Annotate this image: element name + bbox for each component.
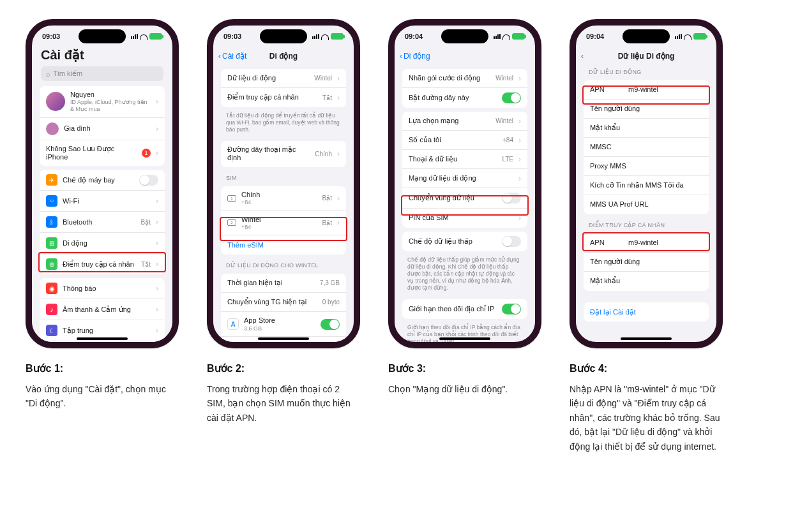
wifi-icon bbox=[140, 34, 147, 40]
caption-4: Bước 4: Nhập APN là "m9-wintel" ở mục "D… bbox=[570, 362, 723, 454]
current-period-row[interactable]: Thời gian hiện tại7,3 GB bbox=[221, 274, 346, 293]
sim-primary-row[interactable]: 1Chính+84Bật› bbox=[221, 186, 346, 211]
wifi-row[interactable]: ⌔Wi-Fi› bbox=[40, 191, 165, 212]
status-time: 09:03 bbox=[42, 33, 60, 40]
warning-badge: 1 bbox=[142, 149, 151, 158]
section-header: SIM bbox=[218, 171, 349, 182]
nav-bar: ‹ Cài đặt Di động bbox=[213, 47, 354, 65]
phone-2: 09:03 ‹ Cài đặt Di động Dữ liệu di độngW… bbox=[207, 19, 360, 348]
caption-3: Bước 3: Chọn "Mạng dữ liệu di động". bbox=[388, 362, 541, 396]
hotspot-icon: ⊚ bbox=[46, 258, 57, 270]
page-title: Cài đặt bbox=[37, 47, 167, 66]
mobile-data-row[interactable]: Dữ liệu di độngWintel› bbox=[221, 69, 346, 88]
mms-proxy-row[interactable]: Proxy MMS bbox=[584, 157, 709, 176]
step-4: 09:04 ‹ Dữ liệu Di động DỮ LIỆU DI ĐỘNG … bbox=[570, 19, 723, 454]
caption-2: Bước 2: Trong trường hợp điện thoại có 2… bbox=[207, 362, 360, 425]
sim-pin-row[interactable]: PIN của SIM› bbox=[402, 209, 527, 228]
section-header: ĐIỂM TRUY CẬP CÁ NHÂN bbox=[581, 218, 711, 230]
step-title: Bước 1: bbox=[26, 362, 179, 374]
section-header: DỮ LIỆU DI ĐỘNG CHO WINTEL bbox=[218, 258, 349, 270]
ua-prof-row[interactable]: MMS UA Prof URL bbox=[584, 195, 709, 214]
lowdata-toggle[interactable] bbox=[502, 236, 521, 247]
mms-max-row[interactable]: Kích cỡ Tin nhắn MMS Tối đa bbox=[584, 176, 709, 195]
sounds-row[interactable]: ♪Âm thanh & Cảm ứng› bbox=[40, 299, 165, 320]
moon-icon: ☾ bbox=[46, 325, 57, 336]
hotspot-apn-row[interactable]: APNm9-wintel bbox=[584, 233, 709, 253]
back-button[interactable]: ‹ Cài đặt bbox=[218, 52, 246, 61]
screentime-row[interactable]: ⧗Thời gian sử dụng› bbox=[40, 341, 165, 342]
hotspot-row[interactable]: ⊚Điểm truy cập cá nhânTắt› bbox=[40, 254, 165, 274]
appstore-icon: A bbox=[227, 318, 239, 330]
caption-1: Bước 1: Vào ứng dụng "Cài đặt", chọn mục… bbox=[26, 362, 179, 411]
data-roaming-row: Chuyển vùng dữ liệu bbox=[402, 188, 527, 209]
airplane-icon: ✈ bbox=[46, 174, 57, 186]
data-network-row[interactable]: Mạng dữ liệu di động› bbox=[402, 169, 527, 188]
default-line-row[interactable]: Đường dây thoại mặc địnhChính› bbox=[221, 141, 346, 166]
signal-icon bbox=[131, 34, 138, 39]
phone-1: 09:03 Cài đặt ⌕Tìm kiếm NguyenID Apple, … bbox=[26, 19, 179, 348]
reset-row[interactable]: Đặt lại Cài đặt bbox=[584, 302, 709, 321]
mmsc-row[interactable]: MMSC bbox=[584, 138, 709, 157]
family-avatar bbox=[46, 122, 59, 135]
step-1: 09:03 Cài đặt ⌕Tìm kiếm NguyenID Apple, … bbox=[26, 19, 179, 411]
back-button[interactable]: ‹ Di động bbox=[400, 52, 430, 61]
network-select-row[interactable]: Lựa chọn mạngWintel› bbox=[402, 112, 527, 131]
sim-icon: 1 bbox=[227, 195, 236, 202]
nav-title: Di động bbox=[269, 52, 298, 61]
section-header: DỮ LIỆU DI ĐỘNG bbox=[581, 65, 711, 77]
battery-icon bbox=[149, 33, 162, 40]
footer-text: Tắt dữ liệu di động để truyền tất cả dữ … bbox=[218, 111, 349, 137]
sim-wintel-row[interactable]: 2Wintel+84Bật› bbox=[221, 211, 346, 236]
phone-3: 09:04 ‹ Di động Nhãn gói cước di độngWin… bbox=[388, 19, 541, 348]
my-number-row[interactable]: Số của tôi+84› bbox=[402, 131, 527, 150]
enable-line-row: Bật đường dây này bbox=[402, 88, 527, 108]
hotspot-row[interactable]: Điểm truy cập cá nhânTắt› bbox=[221, 88, 346, 107]
phone-4: 09:04 ‹ Dữ liệu Di động DỮ LIỆU DI ĐỘNG … bbox=[570, 19, 723, 348]
roaming-toggle[interactable] bbox=[502, 193, 521, 203]
low-data-row: Chế độ dữ liệu thấp bbox=[402, 232, 527, 251]
hotspot-pass-row[interactable]: Mật khẩu bbox=[584, 272, 709, 291]
step-desc: Vào ứng dụng "Cài đặt", chọn mục "Di độn… bbox=[26, 382, 179, 411]
apn-row[interactable]: APNm9-wintel bbox=[584, 80, 709, 100]
iplimit-toggle[interactable] bbox=[502, 304, 521, 314]
password-row[interactable]: Mật khẩu bbox=[584, 119, 709, 138]
wifi-settings-icon: ⌔ bbox=[46, 195, 57, 207]
step-3: 09:04 ‹ Di động Nhãn gói cước di độngWin… bbox=[388, 19, 541, 396]
chevron-icon: › bbox=[156, 97, 158, 106]
backup-row[interactable]: Không Sao Lưu Được iPhone 1 › bbox=[40, 140, 165, 166]
step-2: 09:03 ‹ Cài đặt Di động Dữ liệu di độngW… bbox=[207, 19, 360, 425]
profile-name: Nguyen bbox=[70, 91, 94, 98]
apn-value: m9-wintel bbox=[628, 85, 702, 94]
add-esim-row[interactable]: Thêm eSIM bbox=[221, 235, 346, 255]
voice-data-row[interactable]: Thoại & dữ liệuLTE› bbox=[402, 150, 527, 169]
apn-value: m9-wintel bbox=[628, 239, 702, 247]
profile-row[interactable]: NguyenID Apple, iCloud, Phương tiện & Mụ… bbox=[40, 86, 165, 118]
app-store-row[interactable]: AApp Store3,6 GB bbox=[221, 312, 346, 337]
notch bbox=[79, 29, 126, 43]
bell-icon: ◉ bbox=[46, 283, 57, 294]
avatar bbox=[46, 92, 65, 111]
app-toggle[interactable] bbox=[321, 319, 340, 330]
steps-container: 09:03 Cài đặt ⌕Tìm kiếm NguyenID Apple, … bbox=[26, 19, 767, 454]
notifications-row[interactable]: ◉Thông báo› bbox=[40, 278, 165, 299]
search-icon: ⌕ bbox=[46, 70, 50, 78]
hotspot-user-row[interactable]: Tên người dùng bbox=[584, 253, 709, 272]
search-input[interactable]: ⌕Tìm kiếm bbox=[41, 66, 163, 81]
ip-limit-row: Giới hạn theo dõi địa chỉ IP bbox=[402, 299, 527, 319]
speaker-icon: ♪ bbox=[46, 304, 57, 315]
bluetooth-icon: ᛒ bbox=[46, 216, 57, 228]
line-toggle[interactable] bbox=[502, 92, 521, 103]
sim-icon: 2 bbox=[227, 219, 236, 226]
family-row[interactable]: Gia đình › bbox=[40, 118, 165, 140]
plan-label-row[interactable]: Nhãn gói cước di độngWintel› bbox=[402, 69, 527, 88]
cellular-icon: ⊞ bbox=[46, 237, 57, 249]
roaming-period-row[interactable]: Chuyển vùng TG hiện tại0 byte bbox=[221, 293, 346, 312]
airplane-toggle[interactable] bbox=[139, 175, 158, 186]
airplane-row[interactable]: ✈Chế độ máy bay bbox=[40, 170, 165, 191]
nav-title: Dữ liệu Di động bbox=[618, 52, 675, 61]
username-row[interactable]: Tên người dùng bbox=[584, 100, 709, 119]
cellular-row[interactable]: ⊞Di động› bbox=[40, 233, 165, 254]
back-button[interactable]: ‹ bbox=[581, 52, 584, 61]
home-indicator bbox=[77, 337, 128, 340]
bluetooth-row[interactable]: ᛒBluetoothBật› bbox=[40, 212, 165, 233]
